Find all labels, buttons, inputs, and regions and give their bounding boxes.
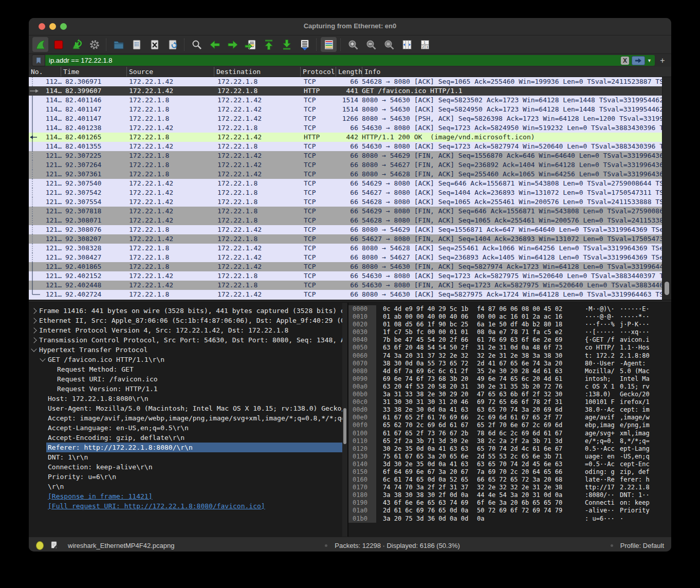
hex-row[interactable]: 00d033 38 2e 30 0d 0a 41 6363 65 70 74 3… xyxy=(348,406,671,414)
hex-row[interactable]: 01b03a 20 75 3d 36 0d 0a 0d0a: u=6···· xyxy=(348,515,671,523)
title-bar[interactable]: Capturing from Ethernet: en0 xyxy=(29,18,671,35)
hex-row[interactable]: 01606c 61 74 65 0d 0a 52 6566 65 72 65 7… xyxy=(348,476,671,484)
detail-line[interactable]: DNT: 1\r\n xyxy=(29,452,347,462)
find-packet-button[interactable] xyxy=(189,37,205,52)
apply-filter-button[interactable] xyxy=(632,56,645,65)
table-row[interactable]: 121…92.308328172.22.1.8172.22.1.42TCP668… xyxy=(29,244,662,253)
chevron-right-icon[interactable] xyxy=(31,318,36,323)
close-file-button[interactable] xyxy=(146,37,162,52)
stop-capture-button[interactable] xyxy=(50,37,66,52)
detail-line[interactable]: Ethernet II, Src: Apple_87:06:06 (5c:1b:… xyxy=(29,316,347,325)
hex-row[interactable]: 00b03a 31 33 38 2e 30 29 2047 65 63 6b 6… xyxy=(348,391,671,398)
column-header-destination[interactable]: Destination xyxy=(214,67,300,77)
hex-row[interactable]: 00301f c7 5b fc 00 00 01 0108 0a e7 78 7… xyxy=(348,328,671,336)
detail-line[interactable]: Request Version: HTTP/1.1 xyxy=(29,384,347,394)
chevron-right-icon[interactable] xyxy=(31,308,36,314)
hex-row[interactable]: 01403d 30 2e 35 0d 0a 41 6363 65 70 74 2… xyxy=(348,461,671,468)
table-row[interactable]: 121…92.308076172.22.1.8172.22.1.42TCP668… xyxy=(29,225,662,234)
hex-row[interactable]: 01506f 64 69 6e 67 3a 20 677a 69 70 2c 2… xyxy=(348,468,671,476)
table-row[interactable]: 121…92.307540172.22.1.42172.22.1.8TCP665… xyxy=(29,179,662,188)
detail-line[interactable]: Request URI: /favicon.ico xyxy=(29,374,347,384)
column-header-protocol[interactable]: Protocol xyxy=(300,67,336,77)
column-header-no[interactable]: No. xyxy=(29,67,61,77)
auto-scroll-button[interactable] xyxy=(297,37,312,52)
chevron-right-icon[interactable] xyxy=(31,337,36,343)
hex-row[interactable]: 010061 67 65 2f 73 76 67 2b78 6d 6c 2c 6… xyxy=(348,430,671,437)
table-row[interactable]: 114…82.399607172.22.1.42172.22.1.8HTTP44… xyxy=(29,86,662,96)
hex-row[interactable]: 001001 ab 00 00 40 00 40 0600 00 ac 16 0… xyxy=(348,313,671,321)
go-to-packet-button[interactable] xyxy=(243,37,259,52)
column-header-time[interactable]: Time xyxy=(61,67,126,77)
scrollbar-thumb[interactable] xyxy=(665,282,669,295)
table-row[interactable]: 121…92.308207172.22.1.42172.22.1.8TCP665… xyxy=(29,234,662,244)
detail-line[interactable]: Host: 172.22.1.8:8080\r\n xyxy=(29,394,347,403)
detail-line[interactable]: Accept: image/avif,image/webp,image/png,… xyxy=(29,413,347,423)
detail-line[interactable]: Request Method: GET xyxy=(29,364,347,374)
table-row[interactable]: 121…92.307554172.22.1.42172.22.1.8TCP665… xyxy=(29,197,662,207)
hex-row[interactable]: 019043 6f 6e 6e 65 63 74 696f 6e 3a 20 6… xyxy=(348,499,671,507)
hex-row[interactable]: 00000c 4d e9 9f 40 29 5c 1bf4 87 06 06 0… xyxy=(348,305,671,313)
table-row[interactable]: 121…92.308427172.22.1.8172.22.1.42TCP668… xyxy=(29,253,662,262)
start-capture-button[interactable] xyxy=(32,37,48,52)
detail-link[interactable]: [Full request URI: http://172.22.1.8:808… xyxy=(29,501,347,511)
hex-row[interactable]: 01803a 38 30 38 30 2f 0d 0a44 4e 54 3a 2… xyxy=(348,491,671,499)
table-row[interactable]: 114…82.401147172.22.1.8172.22.1.42TCP151… xyxy=(29,105,662,114)
add-filter-button[interactable]: + xyxy=(658,56,667,65)
chevron-down-icon[interactable] xyxy=(40,356,45,361)
zoom-reset-button[interactable] xyxy=(381,37,397,52)
reload-file-button[interactable] xyxy=(164,37,180,52)
hex-row[interactable]: 009069 6e 74 6f 73 68 3b 2049 6e 74 65 6… xyxy=(348,375,671,383)
hex-row[interactable]: 013075 61 67 65 3a 20 65 6e2d 55 53 2c 6… xyxy=(348,453,671,461)
detail-line[interactable]: Transmission Control Protocol, Src Port:… xyxy=(29,335,347,345)
table-row[interactable]: 114…82.401355172.22.1.42172.22.1.8TCP665… xyxy=(29,142,662,151)
hex-row[interactable]: 00e061 67 65 2f 61 76 69 662c 69 6d 61 6… xyxy=(348,414,671,421)
go-back-button[interactable] xyxy=(207,37,223,52)
details-scrollbar[interactable] xyxy=(342,303,347,537)
column-header-info[interactable]: Info xyxy=(362,67,671,77)
profile-label[interactable]: Profile: Default xyxy=(620,542,664,549)
table-row[interactable]: 121…92.307361172.22.1.8172.22.1.42TCP668… xyxy=(29,170,662,179)
resize-columns-button[interactable] xyxy=(399,37,415,52)
zoom-in-button[interactable] xyxy=(345,37,361,52)
table-row[interactable]: 121…92.308071172.22.1.42172.22.1.8TCP665… xyxy=(29,216,662,225)
hex-row[interactable]: 012030 2e 35 0d 0a 41 63 6365 70 74 2d 4… xyxy=(348,445,671,453)
table-row[interactable]: 114…82.401265172.22.1.8172.22.1.42HTTP44… xyxy=(29,133,662,142)
table-row[interactable]: 114…82.401238172.22.1.42172.22.1.8TCP665… xyxy=(29,123,662,133)
detail-line[interactable]: Frame 11416: 441 bytes on wire (3528 bit… xyxy=(29,306,347,316)
expert-info-icon[interactable] xyxy=(36,541,44,550)
detail-line[interactable]: \r\n xyxy=(29,482,347,491)
go-last-button[interactable] xyxy=(279,37,294,52)
go-forward-button[interactable] xyxy=(225,37,241,52)
detail-line[interactable]: Hypertext Transfer Protocol xyxy=(29,345,347,355)
capture-options-button[interactable] xyxy=(86,37,102,52)
go-first-button[interactable] xyxy=(261,37,277,52)
chevron-right-icon[interactable] xyxy=(31,327,36,333)
detail-line[interactable]: Accept-Encoding: gzip, deflate\r\n xyxy=(29,433,347,443)
open-file-button[interactable] xyxy=(110,37,126,52)
detail-line[interactable]: User-Agent: Mozilla/5.0 (Macintosh; Inte… xyxy=(29,403,347,413)
column-header-source[interactable]: Source xyxy=(126,67,214,77)
detail-line[interactable]: GET /favicon.ico HTTP/1.1\r\n xyxy=(29,355,347,364)
hex-row[interactable]: 00407b be 47 45 54 20 2f 6661 76 69 63 6… xyxy=(348,336,671,344)
table-row[interactable]: 121…92.402724172.22.1.8172.22.1.42TCP668… xyxy=(29,290,662,299)
hex-row[interactable]: 01a02d 61 6c 69 76 65 0d 0a50 72 69 6f 7… xyxy=(348,507,671,514)
detail-line[interactable]: Accept-Language: en-US,en;q=0.5\r\n xyxy=(29,423,347,433)
hex-row[interactable]: 002001 08 d5 66 1f 90 bc 256a 1e 50 df 4… xyxy=(348,321,671,328)
detail-line[interactable]: Referer: http://172.22.1.8:8080/\r\n xyxy=(29,443,347,452)
table-row[interactable]: 121…92.402152172.22.1.42172.22.1.8TCP665… xyxy=(29,271,662,281)
detail-link[interactable]: [Response in frame: 11421] xyxy=(29,491,347,501)
detail-line[interactable]: Internet Protocol Version 4, Src: 172.22… xyxy=(29,325,347,335)
table-row[interactable]: 114…82.401147172.22.1.8172.22.1.42TCP126… xyxy=(29,114,662,123)
table-row[interactable]: 121…92.307264172.22.1.8172.22.1.42TCP668… xyxy=(29,160,662,170)
hex-row[interactable]: 006074 3a 20 31 37 32 2e 3232 2e 31 2e 3… xyxy=(348,352,671,360)
detail-line[interactable]: Priority: u=6\r\n xyxy=(29,472,347,482)
table-row[interactable]: 121…92.401865172.22.1.8172.22.1.42TCP668… xyxy=(29,262,662,271)
chevron-down-icon[interactable] xyxy=(31,346,36,352)
filter-bookmark-button[interactable] xyxy=(32,54,45,66)
zoom-out-button[interactable] xyxy=(363,37,379,52)
table-row[interactable]: 121…92.307225172.22.1.8172.22.1.42TCP668… xyxy=(29,151,662,160)
capture-comment-icon[interactable] xyxy=(50,541,59,551)
hex-row[interactable]: 00a063 20 4f 53 20 58 20 3130 2e 31 35 3… xyxy=(348,383,671,391)
hex-row[interactable]: 00c031 30 30 31 30 31 20 4669 72 65 66 6… xyxy=(348,398,671,406)
column-header-length[interactable]: Length xyxy=(336,67,362,77)
